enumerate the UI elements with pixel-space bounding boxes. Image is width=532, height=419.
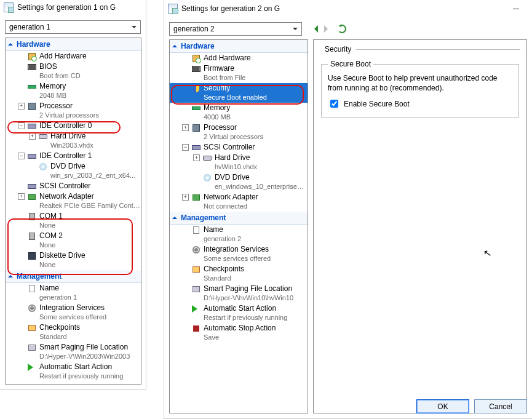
titlebar: Settings for generation 2 on G ─ xyxy=(164,0,532,17)
management-section-header[interactable]: Management xyxy=(6,270,141,283)
expander-placeholder xyxy=(18,285,25,292)
tree-item-memory[interactable]: Memory4000 MB xyxy=(170,103,308,122)
tree-item-label: Processor xyxy=(204,123,263,132)
tree-item-label: Smart Paging File Location xyxy=(39,343,130,352)
tree-item-integration-services[interactable]: Integration ServicesSome services offere… xyxy=(170,244,308,264)
cpu-icon xyxy=(191,124,201,132)
tree-item-smart-paging[interactable]: Smart Paging File LocationD:\Hyper-V\Win… xyxy=(6,342,141,362)
expander-icon[interactable]: + xyxy=(193,154,200,161)
tree-item-integration-services[interactable]: Integration ServicesSome services offere… xyxy=(6,303,141,322)
tree-item-sublabel: None xyxy=(39,260,85,269)
mem-icon xyxy=(27,82,37,91)
chevron-up-icon xyxy=(172,214,177,219)
chip-icon xyxy=(191,65,201,73)
tree-item-ide-controller-0[interactable]: −IDE Controller 0 xyxy=(6,121,141,131)
com-icon xyxy=(27,212,37,221)
ok-button[interactable]: OK xyxy=(416,399,469,413)
management-section-header[interactable]: Management xyxy=(170,212,308,225)
tree-item-dvd-drive[interactable]: DVD Driveen_windows_10_enterprise_v... xyxy=(170,172,308,192)
vm-selector-combo[interactable]: generation 2 xyxy=(169,22,302,36)
shield-icon xyxy=(191,84,201,93)
tree-item-sublabel: Realtek PCIe GBE Family Contr... xyxy=(39,201,141,210)
expander-placeholder xyxy=(182,266,189,273)
nav-controls xyxy=(307,25,346,33)
tree-item-label: DVD Drive xyxy=(50,162,135,171)
page-icon xyxy=(191,285,201,293)
chevron-up-icon xyxy=(172,42,177,47)
tree-item-memory[interactable]: Memory2048 MB xyxy=(6,81,141,101)
net-icon xyxy=(27,193,37,201)
refresh-icon[interactable] xyxy=(338,25,346,33)
tree-item-auto-start[interactable]: Automatic Start ActionRestart if previou… xyxy=(6,362,141,381)
vm-selector-combo[interactable]: generation 1 xyxy=(5,20,141,34)
tree-item-label: IDE Controller 1 xyxy=(39,151,92,161)
tree-item-checkpoints[interactable]: CheckpointsStandard xyxy=(6,322,141,342)
tree-item-security[interactable]: SecuritySecure Boot enabled xyxy=(170,83,308,103)
detail-pane: Security Secure Boot Use Secure Boot to … xyxy=(313,39,527,413)
tree-item-dvd-drive[interactable]: DVD Drivewin_srv_2003_r2_ent_x64... xyxy=(6,161,141,181)
expander-icon[interactable]: + xyxy=(18,103,25,110)
tree-item-scsi-controller[interactable]: SCSI Controller xyxy=(6,181,141,191)
hardware-section-header[interactable]: Hardware xyxy=(170,40,308,53)
expander-icon[interactable]: + xyxy=(18,193,25,200)
enable-secure-boot-label: Enable Secure Boot xyxy=(344,100,410,108)
tree-item-sublabel: Boot from CD xyxy=(39,71,81,81)
expander-placeholder xyxy=(182,85,189,92)
cancel-button[interactable]: Cancel xyxy=(474,399,527,413)
settings-tree[interactable]: HardwareAdd HardwareBIOSBoot from CDMemo… xyxy=(5,38,141,385)
tree-item-label: Smart Paging File Location xyxy=(204,284,293,293)
tree-item-label: Integration Services xyxy=(39,303,106,313)
tree-item-network-adapter[interactable]: +Network AdapterNot connected xyxy=(170,192,308,212)
enable-secure-boot-checkbox[interactable] xyxy=(330,100,338,108)
settings-tree[interactable]: HardwareAdd HardwareFirmwareBoot from Fi… xyxy=(169,39,308,413)
doc-icon xyxy=(27,284,37,293)
tree-item-com1[interactable]: COM 1None xyxy=(6,211,141,231)
close-button[interactable]: ─ xyxy=(504,4,528,14)
tree-item-scsi-controller[interactable]: −SCSI Controller xyxy=(170,142,308,153)
nav-back-icon[interactable] xyxy=(311,25,318,33)
gear-icon xyxy=(27,304,37,313)
tree-item-processor[interactable]: +Processor2 Virtual processors xyxy=(6,101,141,121)
nav-forward-icon[interactable] xyxy=(324,25,332,33)
tree-item-diskette-drive[interactable]: Diskette DriveNone xyxy=(6,250,141,270)
tree-item-label: SCSI Controller xyxy=(39,182,90,191)
expander-placeholder xyxy=(18,183,25,190)
tree-item-sublabel: Restart if previously running xyxy=(39,372,123,381)
tree-item-hard-drive[interactable]: +Hard DrivehvWin10.vhdx xyxy=(170,153,308,172)
chevron-up-icon xyxy=(8,41,13,46)
expander-icon[interactable]: − xyxy=(18,122,25,129)
tree-item-mgmt-name[interactable]: Namegeneration 2 xyxy=(170,225,308,244)
tree-item-network-adapter[interactable]: +Network AdapterRealtek PCIe GBE Family … xyxy=(6,191,141,211)
dvd-icon xyxy=(38,162,48,171)
expander-icon[interactable]: − xyxy=(18,153,25,159)
tree-item-smart-paging[interactable]: Smart Paging File LocationD:\Hyper-V\hvW… xyxy=(170,284,308,303)
tree-item-hard-drive[interactable]: +Hard DriveWin2003.vhdx xyxy=(6,131,141,151)
expander-placeholder xyxy=(182,246,189,253)
expander-icon[interactable]: − xyxy=(182,144,189,151)
tree-item-sublabel: D:\Hyper-V\Win2003\Win2003 xyxy=(39,352,130,361)
tree-item-label: Memory xyxy=(39,82,66,91)
tree-item-add-hardware[interactable]: Add Hardware xyxy=(170,53,308,63)
tree-item-ide-controller-1[interactable]: −IDE Controller 1 xyxy=(6,151,141,161)
hardware-section-header[interactable]: Hardware xyxy=(6,38,141,51)
tree-item-label: Automatic Stop Action xyxy=(204,324,276,333)
tree-item-mgmt-name[interactable]: Namegeneration 1 xyxy=(6,283,141,303)
tree-item-add-hardware[interactable]: Add Hardware xyxy=(6,51,141,62)
expander-placeholder xyxy=(18,364,25,370)
tree-item-auto-start[interactable]: Automatic Start ActionRestart if previou… xyxy=(170,303,308,323)
tree-item-bios[interactable]: BIOSBoot from CD xyxy=(6,62,141,81)
tree-item-firmware[interactable]: FirmwareBoot from File xyxy=(170,63,308,83)
group-legend: Secure Boot xyxy=(328,60,373,68)
tree-item-checkpoints[interactable]: CheckpointsStandard xyxy=(170,264,308,284)
expander-icon[interactable]: + xyxy=(182,124,189,131)
enable-secure-boot-row[interactable]: Enable Secure Boot xyxy=(328,98,512,110)
expander-icon[interactable]: + xyxy=(29,133,36,140)
tree-item-sublabel: generation 2 xyxy=(204,234,241,244)
tree-item-auto-stop[interactable]: Automatic Stop ActionSave xyxy=(170,323,308,343)
tree-item-processor[interactable]: +Processor2 Virtual processors xyxy=(170,122,308,142)
tree-item-com2[interactable]: COM 2None xyxy=(6,231,141,250)
expander-icon[interactable]: + xyxy=(182,194,189,201)
tree-item-sublabel: None xyxy=(39,241,63,250)
settings-window-gen1: Settings for generation 1 on G generatio… xyxy=(0,0,146,390)
expander-placeholder xyxy=(18,344,25,351)
